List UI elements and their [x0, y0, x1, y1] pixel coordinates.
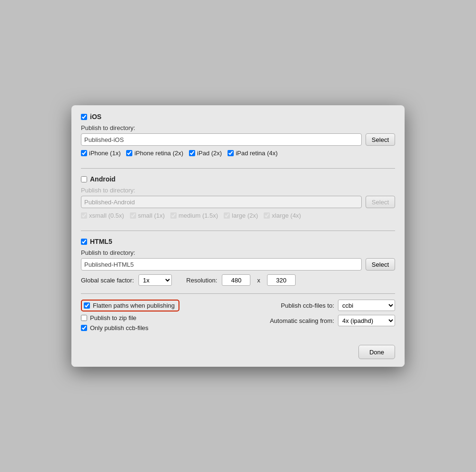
ios-section-label[interactable]: iOS	[81, 113, 101, 121]
resolution-x-separator: x	[257, 277, 260, 284]
html5-section-label[interactable]: HTML5	[81, 238, 112, 245]
android-checkboxes-row: xsmall (0.5x) small (1x) medium (1.5x) l…	[81, 212, 395, 219]
flatten-paths-checkbox[interactable]	[84, 302, 90, 309]
only-ccb-checkbox[interactable]	[81, 325, 87, 331]
only-ccb-label: Only publish ccb-files	[90, 324, 149, 331]
android-section: Android Publish to directory: Select xsm…	[81, 175, 395, 226]
html5-section: HTML5 Publish to directory: Select Globa…	[81, 238, 395, 292]
android-checkbox[interactable]	[81, 176, 87, 182]
android-html5-divider	[81, 231, 395, 231]
ios-checkboxes-row: iPhone (1x) iPhone retina (2x) iPad (2x)…	[81, 150, 395, 157]
ios-iphone1x-checkbox[interactable]	[81, 150, 87, 156]
ios-dir-input[interactable]	[81, 133, 362, 146]
android-xlarge-checkbox[interactable]	[264, 212, 270, 219]
html5-checkbox[interactable]	[81, 239, 87, 245]
zip-file-checkbox[interactable]	[81, 315, 87, 321]
ios-android-divider	[81, 168, 395, 169]
android-medium-item: medium (1.5x)	[170, 212, 218, 219]
ios-iphone1x-label: iPhone (1x)	[89, 150, 120, 157]
android-medium-checkbox[interactable]	[170, 212, 177, 219]
options-left: Flatten paths when publishing Publish to…	[81, 300, 179, 331]
android-large-label: large (2x)	[232, 212, 258, 219]
html5-dir-label: Publish to directory:	[81, 249, 395, 256]
android-small-label: small (1x)	[138, 212, 165, 219]
android-xlarge-item: xlarge (4x)	[264, 212, 301, 219]
publish-ccb-select[interactable]: ccbi ccb json	[338, 300, 395, 311]
ios-ipad2x-checkbox[interactable]	[189, 150, 195, 156]
android-xsmall-label: xsmall (0.5x)	[89, 212, 124, 219]
ios-ipad4x-item: iPad retina (4x)	[228, 150, 278, 157]
publish-settings-dialog: iOS Publish to directory: Select iPhone …	[71, 105, 405, 367]
ios-ipad2x-item: iPad (2x)	[189, 150, 222, 157]
flatten-paths-label: Flatten paths when publishing	[93, 302, 175, 309]
auto-scale-select[interactable]: 4x (ipadhd) 2x (ipad) 1x	[338, 315, 395, 326]
html5-dir-input[interactable]	[81, 258, 362, 271]
android-xsmall-checkbox[interactable]	[81, 212, 87, 219]
ios-ipad4x-checkbox[interactable]	[228, 150, 234, 156]
ios-iphone2x-item: iPhone retina (2x)	[126, 150, 183, 157]
html5-select-button[interactable]: Select	[366, 258, 395, 271]
android-dir-label: Publish to directory:	[81, 187, 395, 194]
android-xsmall-item: xsmall (0.5x)	[81, 212, 124, 219]
zip-file-row: Publish to zip file	[81, 314, 179, 321]
options-right: Publish ccb-files to: ccbi ccb json Auto…	[268, 300, 395, 326]
ios-checkbox[interactable]	[81, 114, 87, 120]
scale-select[interactable]: 1x 2x 0.5x	[139, 274, 172, 286]
android-label-text: Android	[90, 175, 116, 183]
auto-scale-label: Automatic scaling from:	[268, 317, 334, 324]
resolution-label: Resolution:	[186, 277, 217, 284]
ios-select-button[interactable]: Select	[366, 133, 395, 146]
zip-file-label: Publish to zip file	[90, 314, 137, 321]
dialog-body: iOS Publish to directory: Select iPhone …	[71, 105, 405, 339]
android-section-header: Android	[81, 175, 395, 183]
android-section-label[interactable]: Android	[81, 175, 116, 183]
dialog-footer: Done	[71, 339, 405, 367]
ios-label-text: iOS	[90, 113, 101, 121]
publish-ccb-row: Publish ccb-files to: ccbi ccb json	[268, 300, 395, 311]
android-select-button[interactable]: Select	[366, 196, 395, 208]
html5-label-text: HTML5	[90, 238, 112, 245]
ios-section: iOS Publish to directory: Select iPhone …	[81, 113, 395, 163]
publish-ccb-label: Publish ccb-files to:	[268, 302, 334, 309]
ios-ipad4x-label: iPad retina (4x)	[236, 150, 278, 157]
ios-section-header: iOS	[81, 113, 395, 121]
ios-ipad2x-label: iPad (2x)	[197, 150, 222, 157]
done-button[interactable]: Done	[358, 345, 395, 359]
android-small-item: small (1x)	[130, 212, 165, 219]
android-small-checkbox[interactable]	[130, 212, 136, 219]
android-medium-label: medium (1.5x)	[178, 212, 218, 219]
ios-iphone2x-checkbox[interactable]	[126, 150, 132, 156]
android-large-checkbox[interactable]	[224, 212, 230, 219]
ios-dir-row: Select	[81, 133, 395, 146]
android-dir-row: Select	[81, 196, 395, 208]
android-dir-input[interactable]	[81, 196, 362, 208]
options-section: Flatten paths when publishing Publish to…	[81, 293, 395, 331]
android-large-item: large (2x)	[224, 212, 258, 219]
scale-label: Global scale factor:	[81, 277, 134, 284]
html5-dir-row: Select	[81, 258, 395, 271]
flatten-paths-box: Flatten paths when publishing	[81, 300, 179, 311]
ios-iphone1x-item: iPhone (1x)	[81, 150, 120, 157]
auto-scale-row: Automatic scaling from: 4x (ipadhd) 2x (…	[268, 315, 395, 326]
only-ccb-row: Only publish ccb-files	[81, 324, 179, 331]
resolution-height-input[interactable]	[267, 274, 296, 286]
android-xlarge-label: xlarge (4x)	[272, 212, 301, 219]
resolution-width-input[interactable]	[222, 274, 250, 286]
ios-iphone2x-label: iPhone retina (2x)	[134, 150, 183, 157]
html5-extras-row: Global scale factor: 1x 2x 0.5x Resoluti…	[81, 274, 395, 286]
html5-section-header: HTML5	[81, 238, 395, 245]
ios-dir-label: Publish to directory:	[81, 124, 395, 131]
